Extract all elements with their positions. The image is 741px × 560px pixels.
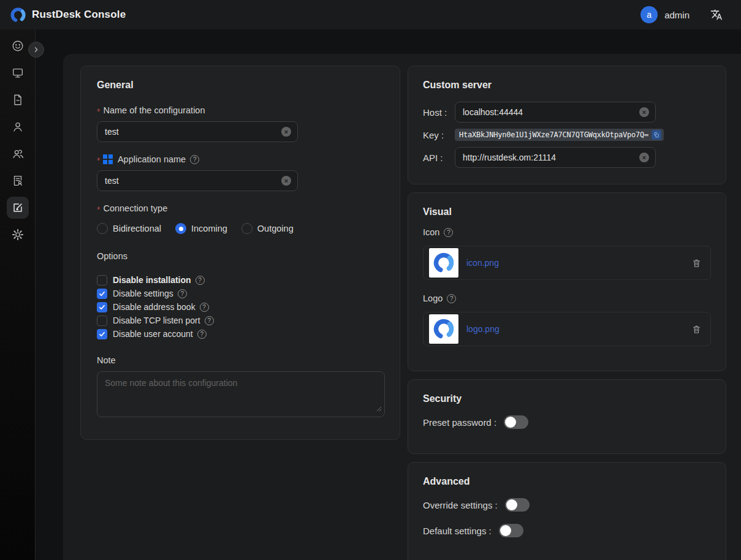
help-icon[interactable]: ? [196,276,205,285]
checkbox-disable-tcp-listen-port[interactable]: Disable TCP listen port ? [97,314,384,327]
security-card: Security Preset password : [408,379,726,454]
radio-bidirectional[interactable]: Bidirectional [97,223,161,234]
sidebar-item-users[interactable] [0,113,36,140]
logo-file-link[interactable]: logo.png [466,324,500,334]
key-label: Key : [423,130,455,140]
note-textarea[interactable] [97,371,385,417]
required-asterisk: * [97,156,100,165]
advanced-title: Advanced [423,476,711,487]
settings-gear-icon [7,224,29,246]
delete-icon[interactable] [691,324,702,335]
clear-input-icon[interactable]: × [639,153,649,162]
sidebar-item-configurations[interactable] [0,194,36,221]
username[interactable]: admin [664,10,690,20]
checkbox-disable-installation[interactable]: Disable installation ? [97,273,384,287]
api-input[interactable]: × [455,147,656,168]
windows-icon [103,154,113,164]
document-icon [7,89,29,111]
config-name-field[interactable] [105,127,281,137]
required-asterisk: * [97,205,100,214]
general-card: General * Name of the configuration × * … [80,66,400,440]
api-label: API : [423,153,455,163]
checkbox-checked-icon [97,302,107,312]
help-icon[interactable]: ? [178,289,187,298]
checkbox-checked-icon [97,329,107,339]
sidebar-item-audit[interactable] [0,167,36,194]
preset-password-toggle[interactable] [504,415,528,429]
clear-input-icon[interactable]: × [281,127,291,137]
user-icon [7,116,29,138]
required-asterisk: * [97,107,100,116]
monitor-icon [7,62,29,84]
override-settings-toggle[interactable] [505,498,530,512]
sidebar-item-devices[interactable] [0,59,36,86]
custom-server-card: Custom server Host : × Key : HtaXBkJNHyn… [408,66,726,184]
connection-type-group: Bidirectional Incoming Outgoing [97,223,384,234]
application-name-label: * Application name ? [97,154,384,164]
radio-selected-icon [175,223,186,234]
checkbox-disable-settings[interactable]: Disable settings ? [97,287,384,300]
config-name-label: * Name of the configuration [97,105,384,115]
copy-icon[interactable] [652,130,661,140]
help-icon[interactable]: ? [197,330,207,339]
options-label: Options [97,251,384,261]
override-settings-label: Override settings : [423,500,498,510]
checkbox-icon [97,275,107,286]
logo-file-row: logo.png [423,312,711,346]
advanced-card: Advanced Override settings : Default set… [408,462,726,560]
options-list: Disable installation ? Disable settings … [97,273,384,341]
logo-label: Logo ? [423,293,711,303]
application-name-field[interactable] [105,176,281,186]
rustdesk-logo-icon [10,7,26,23]
delete-icon[interactable] [691,258,702,268]
sidebar-item-sessions[interactable] [0,86,36,113]
visual-card: Visual Icon ? icon.png [408,192,726,371]
content-panel: General * Name of the configuration × * … [63,54,741,560]
checkbox-disable-address-book[interactable]: Disable address book ? [97,300,384,314]
chevron-right-icon [32,45,40,54]
sidebar-item-settings[interactable] [0,221,36,248]
server-key-chip: HtaXBkJNHyn0e1U1jWXze7A7CN7QTGWqxkOtpaVp… [455,129,664,141]
clear-input-icon[interactable]: × [281,176,291,186]
audit-log-icon [7,170,29,192]
help-icon[interactable]: ? [205,316,214,325]
host-input[interactable]: × [455,102,656,123]
host-field[interactable] [463,107,639,117]
topbar: RustDesk Console a admin [0,0,741,29]
application-name-input[interactable]: × [97,170,298,191]
visual-title: Visual [423,206,711,218]
avatar[interactable]: a [640,6,658,23]
sidebar [0,29,36,560]
checkbox-icon [97,316,107,326]
radio-outgoing[interactable]: Outgoing [241,223,294,234]
sidebar-expand-button[interactable] [28,42,44,58]
host-label: Host : [423,107,455,118]
api-field[interactable] [463,153,639,162]
radio-icon [97,223,108,234]
sidebar-item-groups[interactable] [0,140,36,167]
default-settings-toggle[interactable] [499,524,523,537]
help-icon[interactable]: ? [444,228,453,237]
security-title: Security [423,393,711,404]
icon-file-link[interactable]: icon.png [466,258,499,268]
clear-input-icon[interactable]: × [639,107,649,117]
checkbox-checked-icon [97,289,107,299]
translate-icon[interactable] [710,9,723,21]
app-title: RustDesk Console [32,9,126,21]
radio-incoming[interactable]: Incoming [175,223,227,234]
general-card-title: General [97,80,384,91]
help-icon[interactable]: ? [200,303,209,312]
custom-server-title: Custom server [423,80,711,91]
preset-password-label: Preset password : [423,417,496,428]
icon-thumbnail [429,248,458,278]
logo-thumbnail [429,314,458,344]
default-settings-label: Default settings : [423,526,492,536]
config-edit-icon [7,197,29,219]
icon-label: Icon ? [423,227,711,237]
config-name-input[interactable]: × [97,121,298,142]
connection-type-label: * Connection type [97,203,384,213]
smiley-icon [7,35,29,57]
checkbox-disable-user-account[interactable]: Disable user account ? [97,327,384,341]
help-icon[interactable]: ? [190,155,199,164]
help-icon[interactable]: ? [447,294,456,303]
